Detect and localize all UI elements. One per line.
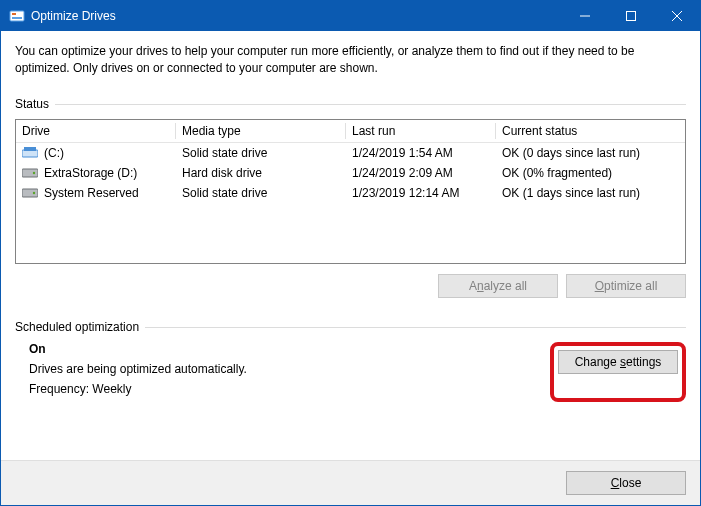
drive-icon: [22, 187, 38, 199]
svg-rect-11: [22, 189, 38, 197]
table-header: Drive Media type Last run Current status: [16, 120, 685, 143]
svg-rect-7: [22, 150, 38, 157]
drive-icon: [22, 147, 38, 159]
drive-name: System Reserved: [44, 186, 139, 200]
drive-last: 1/23/2019 12:14 AM: [346, 183, 496, 203]
drive-last: 1/24/2019 1:54 AM: [346, 143, 496, 163]
titlebar[interactable]: Optimize Drives: [1, 1, 700, 31]
drive-icon: [22, 167, 38, 179]
svg-point-10: [33, 171, 35, 173]
svg-rect-2: [12, 17, 22, 19]
sched-label-text: Scheduled optimization: [15, 320, 139, 334]
sched-freq: Frequency: Weekly: [29, 382, 550, 396]
col-media[interactable]: Media type: [176, 120, 346, 142]
close-button[interactable]: Close: [566, 471, 686, 495]
drive-status: OK (0 days since last run): [496, 143, 685, 163]
col-last[interactable]: Last run: [346, 120, 496, 142]
table-body: (C:) Solid state drive 1/24/2019 1:54 AM…: [16, 143, 685, 263]
content-area: You can optimize your drives to help you…: [1, 31, 700, 460]
table-row[interactable]: System Reserved Solid state drive 1/23/2…: [16, 183, 685, 203]
status-label-text: Status: [15, 97, 49, 111]
drives-table: Drive Media type Last run Current status…: [15, 119, 686, 264]
drive-status: OK (0% fragmented): [496, 163, 685, 183]
optimize-all-button: Optimize all: [566, 274, 686, 298]
close-window-button[interactable]: [654, 1, 700, 31]
svg-rect-1: [12, 13, 16, 15]
sched-group-label: Scheduled optimization: [15, 320, 686, 334]
status-group-label: Status: [15, 97, 686, 111]
minimize-button[interactable]: [562, 1, 608, 31]
table-buttons: Analyze all Optimize all: [15, 274, 686, 298]
footer: Close: [1, 460, 700, 505]
scheduled-optimization-group: Scheduled optimization On Drives are bei…: [15, 320, 686, 402]
optimize-drives-window: Optimize Drives You can optimize your dr…: [0, 0, 701, 506]
drive-last: 1/24/2019 2:09 AM: [346, 163, 496, 183]
drive-media: Hard disk drive: [176, 163, 346, 183]
svg-rect-8: [24, 147, 36, 151]
intro-text: You can optimize your drives to help you…: [15, 43, 686, 77]
drive-name: ExtraStorage (D:): [44, 166, 137, 180]
col-status[interactable]: Current status: [496, 120, 685, 142]
table-row[interactable]: ExtraStorage (D:) Hard disk drive 1/24/2…: [16, 163, 685, 183]
col-drive[interactable]: Drive: [16, 120, 176, 142]
svg-rect-0: [10, 11, 24, 21]
app-icon: [9, 8, 25, 24]
drive-media: Solid state drive: [176, 143, 346, 163]
table-row[interactable]: (C:) Solid state drive 1/24/2019 1:54 AM…: [16, 143, 685, 163]
svg-rect-9: [22, 169, 38, 177]
change-settings-button[interactable]: Change settings: [558, 350, 678, 374]
analyze-all-button: Analyze all: [438, 274, 558, 298]
window-title: Optimize Drives: [31, 9, 116, 23]
drive-status: OK (1 days since last run): [496, 183, 685, 203]
sched-on: On: [29, 342, 550, 356]
drive-name: (C:): [44, 146, 64, 160]
drive-media: Solid state drive: [176, 183, 346, 203]
change-settings-highlight: Change settings: [550, 342, 686, 402]
sched-auto: Drives are being optimized automatically…: [29, 362, 550, 376]
maximize-button[interactable]: [608, 1, 654, 31]
svg-point-12: [33, 191, 35, 193]
svg-rect-4: [627, 12, 636, 21]
